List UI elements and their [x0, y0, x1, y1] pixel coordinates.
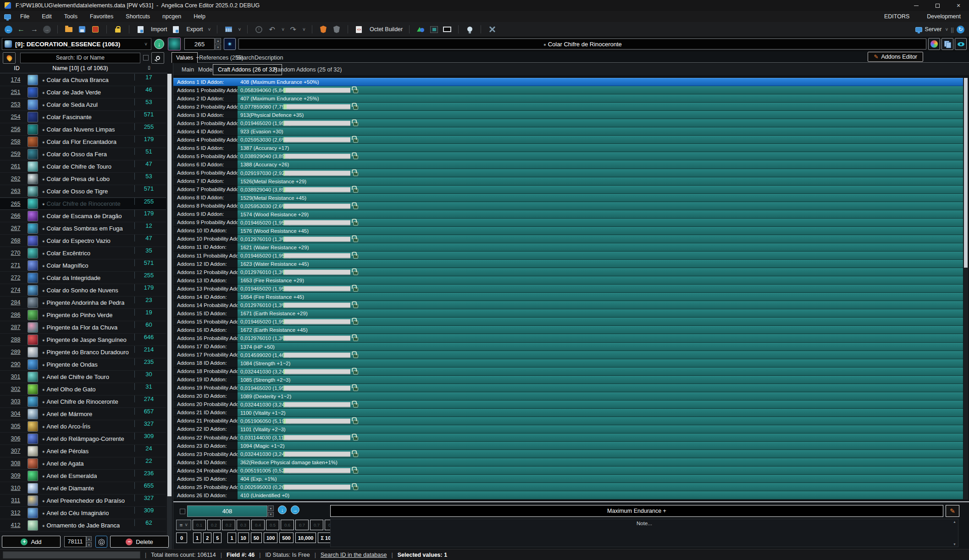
lock-icon[interactable]: [353, 436, 358, 440]
bulb-icon[interactable]: [465, 25, 474, 34]
list-item[interactable]: 174Colar da Chuva Branca17: [0, 74, 166, 86]
addon-value[interactable]: 0,012976010 (1,3%): [238, 301, 963, 309]
locked-file-icon[interactable]: [91, 25, 100, 34]
item-id-link[interactable]: 258: [6, 138, 26, 145]
addon-row[interactable]: Addons 14 Probability Addon:0,012976010 …: [173, 301, 963, 309]
addon-row[interactable]: Addons 18 Probability Addon:0,032441030 …: [173, 368, 963, 376]
load-item-button[interactable]: ↓: [154, 39, 164, 49]
step-cell[interactable]: 0.2: [207, 520, 221, 530]
item-id-link[interactable]: 288: [6, 336, 26, 343]
addon-value[interactable]: 0,019465020 (1,95%): [238, 219, 963, 227]
addon-value[interactable]: 0,032441030 (3,24%): [238, 368, 963, 376]
list-item[interactable]: 261Colar de Chifre de Touro47: [0, 160, 166, 173]
quick-button[interactable]: 500: [279, 533, 293, 543]
list-item[interactable]: 287Pingente da Flor da Chuva60: [0, 321, 166, 334]
copy-button[interactable]: [941, 38, 953, 50]
addon-value[interactable]: 0,019465020 (1,95%): [238, 318, 963, 326]
addon-value[interactable]: 1089 (Dexterity +1~2): [238, 392, 963, 401]
menu-npcgen[interactable]: npcgen: [162, 13, 181, 20]
item-id-link[interactable]: 287: [6, 324, 26, 330]
list-item[interactable]: 305Anel do Arco-Íris327: [0, 420, 166, 433]
addon-value[interactable]: 0,029197030 (2,92%): [238, 169, 963, 177]
column-id[interactable]: ID: [6, 65, 27, 71]
addon-row[interactable]: Addons 8 Probability Addon:0,025953030 (…: [173, 202, 963, 210]
lock-icon[interactable]: [353, 354, 358, 358]
list-item[interactable]: 304Anel de Mármore657: [0, 408, 166, 420]
lock-icon[interactable]: [353, 321, 358, 325]
menu-shortcuts[interactable]: Shortcuts: [126, 13, 150, 20]
item-id-spinner[interactable]: 265: [184, 38, 215, 50]
list-item[interactable]: 274Colar do Sonho de Nuvens179: [0, 284, 166, 296]
menu-favorites[interactable]: Favorites: [90, 13, 113, 20]
list-item[interactable]: 289Pingente do Branco Duradouro214: [0, 346, 166, 358]
note-scroll-up-icon[interactable]: ▲: [953, 520, 956, 523]
addon-row[interactable]: Addons 21 Probability Addon:0,051906050 …: [173, 417, 963, 425]
addon-value[interactable]: 0,012976010 (1,3%): [238, 334, 963, 342]
value-column-header-icon[interactable]: ▯: [138, 65, 161, 70]
addon-value[interactable]: 0,038929040 (3,89%): [238, 186, 963, 194]
list-item[interactable]: 303Anel Chifre de Rinoceronte274: [0, 395, 166, 408]
edit-value-down-icon[interactable]: ▼: [268, 512, 274, 517]
undo-chevron-icon[interactable]: ˅: [282, 27, 284, 32]
quick-button[interactable]: 10,000: [295, 533, 316, 543]
forward-icon[interactable]: →: [43, 26, 51, 33]
table-icon[interactable]: [224, 25, 233, 34]
addon-row[interactable]: Addons 6 Probability Addon:0,029197030 (…: [173, 169, 963, 177]
addon-value[interactable]: 0,051906050 (5,19%): [238, 417, 963, 425]
item-id-link[interactable]: 266: [6, 213, 26, 219]
list-item[interactable]: 268Colar do Espectro Vazio47: [0, 235, 166, 247]
server-chevron-icon[interactable]: ˅: [945, 27, 948, 32]
menu-edit[interactable]: Edit: [42, 13, 52, 20]
list-item[interactable]: 256Colar das Nuvens Limpas255: [0, 123, 166, 136]
addon-value[interactable]: 410 (Unidentified +0): [238, 491, 963, 500]
addon-value[interactable]: 0,032441030 (3,24%): [238, 401, 963, 409]
item-id-link[interactable]: 412: [6, 522, 26, 528]
list-item[interactable]: 267Colar das Sombras em Fuga12: [0, 222, 166, 235]
quick-button[interactable]: 0: [176, 533, 187, 543]
addon-value[interactable]: 0,005191005 (0,52%): [238, 467, 963, 475]
addon-row[interactable]: Addons 23 ID Addon:1094 (Magic +1~2): [173, 442, 963, 450]
import-icon[interactable]: [136, 25, 145, 34]
addon-value[interactable]: 1574 (Wood Resistance +29): [238, 210, 963, 219]
list-item[interactable]: 301Anel de Chifre de Touro30: [0, 371, 166, 383]
subtab-random-addons[interactable]: Random Addons (25 of 32): [269, 64, 346, 75]
addon-row[interactable]: Addons 10 Probability Addon:0,012976010 …: [173, 235, 963, 243]
lock-icon[interactable]: [353, 453, 358, 457]
addon-row[interactable]: Addons 24 Probability Addon:0,005191005 …: [173, 467, 963, 475]
addon-value[interactable]: 1671 (Earth Resistance +29): [238, 309, 963, 318]
addon-row[interactable]: Addons 16 Probability Addon:0,012976010 …: [173, 334, 963, 342]
addon-value[interactable]: 0,058394060 (5,84%): [238, 86, 963, 94]
addon-row[interactable]: Addons 22 Probability Addon:0,031144030 …: [173, 434, 963, 442]
addon-value[interactable]: 1529(Metal Resistance +45): [238, 194, 963, 202]
list-item[interactable]: 308Anel de Agata22: [0, 457, 166, 470]
item-id-link[interactable]: 268: [6, 237, 26, 244]
new-id-down-icon[interactable]: ▼: [86, 542, 92, 547]
item-id-link[interactable]: 284: [6, 299, 26, 306]
list-item[interactable]: 306Anel do Relâmpago-Corrente309: [0, 433, 166, 445]
addon-row[interactable]: Addons 7 ID Addon:1526(Metal Resistance …: [173, 177, 963, 186]
close-button[interactable]: ✕: [948, 0, 969, 11]
list-item[interactable]: 290Pingente de Ondas235: [0, 358, 166, 371]
item-id-down-icon[interactable]: ▼: [215, 44, 221, 50]
lock-icon[interactable]: [353, 470, 358, 474]
search-id-link[interactable]: Search ID in the database: [321, 552, 387, 558]
addon-value[interactable]: 0,019465020 (1,95%): [238, 285, 963, 293]
operator-dropdown[interactable]: =˅: [176, 520, 191, 530]
item-id-link[interactable]: 302: [6, 386, 26, 392]
item-id-link[interactable]: 251: [6, 89, 26, 95]
category-combobox[interactable]: [9]: DECORATION_ESSENCE (1063) ˅: [2, 38, 151, 50]
addon-value[interactable]: 1576 (Wood Resistance +45): [238, 227, 963, 235]
addon-value[interactable]: 1526(Metal Resistance +29): [238, 177, 963, 186]
new-id-spinner[interactable]: 78111: [64, 536, 86, 547]
quick-button[interactable]: 50: [251, 533, 262, 543]
addon-value[interactable]: 1654 (Fire Resistance +45): [238, 293, 963, 301]
models-icon[interactable]: [416, 25, 425, 34]
minimize-button[interactable]: [906, 0, 927, 11]
list-item[interactable]: 251Colar de Jade Verde46: [0, 86, 166, 99]
list-item[interactable]: 312Anel do Céu Imaginário309: [0, 507, 166, 519]
item-id-link[interactable]: 310: [6, 485, 26, 491]
color-wheel-button[interactable]: [928, 38, 940, 50]
item-id-link[interactable]: 301: [6, 373, 26, 380]
list-scrollbar-thumb[interactable]: [167, 74, 172, 496]
item-id-up-icon[interactable]: ▲: [215, 38, 221, 44]
